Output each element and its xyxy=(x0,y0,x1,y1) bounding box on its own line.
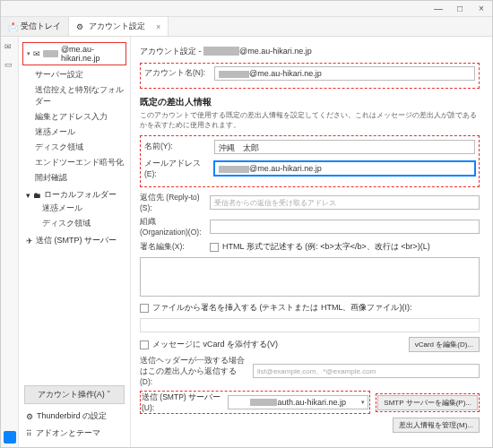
account-node[interactable]: ▾ ✉ @me.au-hikari.ne.jp xyxy=(22,42,126,65)
section-hint: このアカウントで使用する既定の差出人情報を設定してください。これはメッセージの差… xyxy=(140,110,480,130)
section-title: 既定の差出人情報 xyxy=(140,96,480,108)
chevron-down-icon: ▾ xyxy=(361,399,365,406)
folder-icon: 🖿 xyxy=(33,191,41,200)
file-sig-checkbox[interactable]: ファイルから署名を挿入する (テキストまたは HTML、画像ファイル)(I): xyxy=(140,302,412,314)
tab-inbox[interactable]: 📩 受信トレイ xyxy=(1,17,69,36)
close-button[interactable]: × xyxy=(471,4,492,13)
match-header-label: 送信ヘッダーが一致する場合はこの差出人から返信する(D): xyxy=(140,356,247,386)
tree-e2e[interactable]: エンドツーエンド暗号化 xyxy=(35,155,130,170)
local-folders[interactable]: ▾ 🖿 ローカルフォルダー xyxy=(26,189,130,201)
email-label: メールアドレス(E): xyxy=(144,159,209,178)
inbox-icon: 📩 xyxy=(8,22,17,31)
local-junk[interactable]: 迷惑メール xyxy=(42,201,130,216)
chevron-down-icon: ▾ xyxy=(27,50,30,57)
account-name-field[interactable]: @me.au-hikari.ne.jp xyxy=(214,66,475,81)
activity-bar: ✉ ▭ xyxy=(1,37,19,448)
signature-textarea[interactable] xyxy=(140,257,480,297)
redacted xyxy=(203,47,239,56)
page-title: アカウント設定 - @me.au-hikari.ne.jp xyxy=(140,44,480,57)
smtp-edit-button[interactable]: SMTP サーバーを編集(P)... xyxy=(377,395,478,410)
tree-junk[interactable]: 迷惑メール xyxy=(35,125,130,140)
replyto-label: 返信先 (Reply-to)(S): xyxy=(140,193,204,212)
tree-compose[interactable]: 編集とアドレス入力 xyxy=(35,109,130,125)
smtp-server-node[interactable]: ✈ 送信 (SMTP) サーバー xyxy=(26,235,130,246)
match-header-field[interactable]: list@example.com、*@example.com xyxy=(253,364,480,378)
redacted xyxy=(219,166,249,173)
gear-icon: ⚙ xyxy=(26,412,33,421)
tree-server[interactable]: サーバー設定 xyxy=(35,67,130,82)
local-disk[interactable]: ディスク領域 xyxy=(42,216,130,231)
smtp-label: 送信 (SMTP) サーバー(U): xyxy=(142,392,222,412)
sig-html-checkbox[interactable]: HTML 形式で記述する (例: <b>太字</b>、改行は <br>)(L) xyxy=(210,241,430,253)
tab-label: 受信トレイ xyxy=(21,21,61,32)
addons-themes[interactable]: ⠿アドオンとテーマ xyxy=(24,425,125,442)
vcard-edit-button[interactable]: vCard を編集(D)... xyxy=(409,337,480,352)
tab-label: アカウント設定 xyxy=(89,21,145,32)
tab-close-icon[interactable]: × xyxy=(156,22,160,31)
mail-icon: ✉ xyxy=(33,49,40,58)
email-field[interactable]: @me.au-hikari.ne.jp xyxy=(214,161,475,176)
file-sig-field xyxy=(140,318,480,332)
addressbook-icon[interactable]: ▭ xyxy=(4,60,15,71)
gear-icon: ⚙ xyxy=(76,22,85,31)
org-label: 組織 (Organization)(O): xyxy=(140,217,204,237)
tree-copies[interactable]: 送信控えと特別なフォルダー xyxy=(35,82,130,109)
account-name-label: アカウント名(N): xyxy=(144,68,209,79)
chevron-down-icon: ▾ xyxy=(26,191,30,200)
replyto-field[interactable]: 受信者からの返信を受け取るアドレス xyxy=(210,195,480,210)
sig-label: 署名編集(X): xyxy=(140,242,204,253)
settings-panel: アカウント設定 - @me.au-hikari.ne.jp アカウント名(N):… xyxy=(131,37,492,448)
name-field[interactable]: 沖縄 太郎 xyxy=(214,140,475,154)
redacted xyxy=(250,399,277,406)
redacted xyxy=(43,50,58,57)
account-ops-button[interactable]: アカウント操作(A) ˅ xyxy=(24,385,125,404)
minimize-button[interactable]: — xyxy=(428,4,449,13)
tree-receipt[interactable]: 開封確認 xyxy=(35,170,130,185)
chevron-down-icon: ˅ xyxy=(107,390,111,399)
maximize-button[interactable]: □ xyxy=(449,4,471,13)
tab-account-settings[interactable]: ⚙ アカウント設定 × xyxy=(69,17,169,36)
org-field[interactable] xyxy=(210,220,480,234)
send-icon: ✈ xyxy=(26,237,33,246)
vcard-checkbox[interactable]: メッセージに vCard を添付する(V) xyxy=(140,339,278,350)
smtp-select[interactable]: auth.au-hikari.ne.jp ▾ xyxy=(228,395,368,409)
mail-icon[interactable]: ✉ xyxy=(4,42,15,53)
thunderbird-settings[interactable]: ⚙Thunderbird の設定 xyxy=(24,408,125,425)
name-label: 名前(Y): xyxy=(144,142,209,152)
settings-bottom-icon[interactable] xyxy=(4,431,16,444)
puzzle-icon: ⠿ xyxy=(26,429,32,438)
redacted xyxy=(219,71,249,78)
tree-disk[interactable]: ディスク領域 xyxy=(35,140,130,155)
account-domain: @me.au-hikari.ne.jp xyxy=(61,45,122,63)
account-tree: ▾ ✉ @me.au-hikari.ne.jp サーバー設定 送信控えと特別なフ… xyxy=(19,37,131,448)
manage-identities-button[interactable]: 差出人情報を管理(M)... xyxy=(393,418,480,433)
